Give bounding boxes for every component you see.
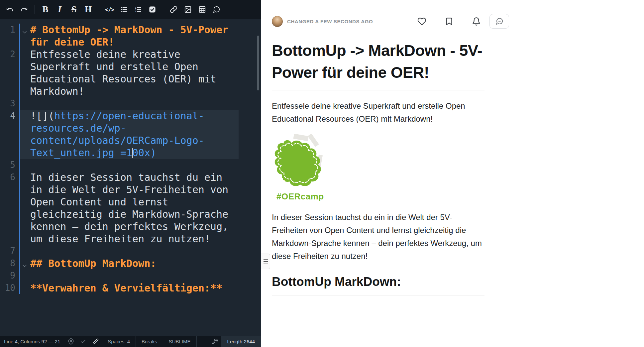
editor-pane: BISH</>123 1# BottomUp -> MarkDown - 5V-… <box>0 0 261 347</box>
code-segment: 00x) <box>132 147 156 159</box>
fold-chevron-down-icon[interactable] <box>21 260 28 266</box>
oercamp-logo-caption: #OERcamp <box>272 191 330 202</box>
preview-body-paragraph: In dieser Session tauchst du ein in die … <box>272 211 484 263</box>
editor-line[interactable]: 9 <box>0 270 261 282</box>
checklist-icon[interactable] <box>145 3 160 17</box>
wrench-icon[interactable] <box>212 338 218 345</box>
line-number: 3 <box>0 97 19 110</box>
preview-document: BottomUp -> MarkDown - 5V-Power für dein… <box>272 40 484 295</box>
preview-subheading: BottomUp MarkDown: <box>272 274 484 295</box>
editor-line[interactable]: 3 <box>0 97 261 110</box>
oercamp-logo-image: ✂ #OERcamp <box>272 134 330 202</box>
line-content[interactable]: # BottomUp -> MarkDown - 5V-Power für de… <box>19 24 239 48</box>
code-segment: **Verwahren & Vervielfältigen:** <box>30 282 222 294</box>
status-bar: Line 4, Columns 92 — 21 Spaces: 4 Breaks… <box>0 336 261 347</box>
undo-icon[interactable] <box>3 3 17 17</box>
status-keymap-toggle[interactable]: SUBLIME <box>163 336 197 347</box>
editor-line[interactable]: 10**Verwahren & Vervielfältigen:** <box>0 282 261 294</box>
app-window: BISH</>123 1# BottomUp -> MarkDown - 5V-… <box>0 0 644 347</box>
code-segment: In dieser Session tauchst du ein in die … <box>30 172 234 245</box>
oercamp-flame-graphic: ✂ <box>272 134 325 193</box>
editor-line[interactable]: 1# BottomUp -> MarkDown - 5V-Power für d… <box>0 24 261 48</box>
toolbar-divider <box>99 5 99 14</box>
editor-surface[interactable]: 1# BottomUp -> MarkDown - 5V-Power für d… <box>0 19 261 336</box>
editor-scrollbar[interactable] <box>257 36 259 90</box>
last-changed-label: CHANGED A FEW SECONDS AGO <box>287 19 373 24</box>
heading-icon[interactable]: H <box>81 3 95 17</box>
table-icon[interactable] <box>195 3 209 17</box>
code-icon[interactable]: </> <box>102 3 117 17</box>
numbered-list-icon[interactable]: 123 <box>131 3 145 17</box>
brush-icon[interactable] <box>92 338 99 345</box>
comments-button[interactable] <box>489 14 509 29</box>
pin-icon[interactable] <box>68 338 74 345</box>
editor-line[interactable]: 7 <box>0 245 261 257</box>
code-segment: ## BottomUp MarkDown: <box>30 258 156 269</box>
redo-icon[interactable] <box>17 3 31 17</box>
bold-icon[interactable]: B <box>38 3 53 17</box>
editor-line[interactable]: 8## BottomUp MarkDown: <box>0 257 261 270</box>
bullet-list-icon[interactable] <box>117 3 131 17</box>
status-linebreaks-toggle[interactable]: Breaks <box>136 336 163 347</box>
code-segment: ![]( <box>30 110 54 122</box>
preview-pane: CHANGED A FEW SECONDS AGO BottomUp -> Ma… <box>261 0 644 347</box>
preview-topbar: CHANGED A FEW SECONDS AGO <box>272 14 509 29</box>
line-content[interactable]: Entfessele deine kreative Superkraft und… <box>19 48 239 97</box>
line-number: 1 <box>0 24 19 36</box>
fold-chevron-down-icon[interactable] <box>21 26 28 33</box>
status-icons <box>65 338 102 345</box>
bell-icon[interactable] <box>472 17 481 26</box>
image-icon[interactable] <box>181 3 195 17</box>
line-content[interactable] <box>19 270 239 282</box>
editor-line[interactable]: 6In dieser Session tauchst du ein in die… <box>0 171 261 245</box>
editor-line[interactable]: 4![](https://open-educational- resources… <box>0 110 261 159</box>
line-number: 2 <box>0 48 19 60</box>
author-avatar[interactable] <box>272 16 283 27</box>
line-number: 8 <box>0 257 19 270</box>
cursor-position-label: Line 4, Columns 92 — 21 <box>4 339 60 344</box>
line-content[interactable] <box>19 97 239 110</box>
heart-icon[interactable] <box>417 17 426 26</box>
line-content[interactable]: In dieser Session tauchst du ein in die … <box>19 171 239 245</box>
link-icon[interactable] <box>166 3 181 17</box>
line-number: 9 <box>0 270 19 282</box>
code-segment: # BottomUp -> MarkDown - 5V-Power für de… <box>30 24 234 48</box>
preview-intro-paragraph: Entfessele deine kreative Superkraft und… <box>272 99 484 125</box>
line-number: 4 <box>0 110 19 122</box>
check-icon[interactable] <box>80 338 86 345</box>
strikethrough-icon[interactable]: S <box>67 3 81 17</box>
preview-heading: BottomUp -> MarkDown - 5V-Power für dein… <box>272 40 484 90</box>
code-segment: Entfessele deine kreative Superkraft und… <box>30 49 222 97</box>
comment-icon[interactable] <box>209 3 224 17</box>
svg-text:3: 3 <box>135 10 136 13</box>
line-number: 7 <box>0 245 19 257</box>
code-segment: https://open-educational- resources.de/w… <box>30 110 204 159</box>
line-number: 10 <box>0 282 19 294</box>
status-spaces-toggle[interactable]: Spaces: 4 <box>102 336 136 347</box>
line-content[interactable]: ## BottomUp MarkDown: <box>19 257 239 270</box>
bookmark-icon[interactable] <box>445 17 454 26</box>
pane-resize-handle[interactable] <box>261 254 270 269</box>
document-length-label: Length 2644 <box>221 336 261 347</box>
line-number: 5 <box>0 159 19 171</box>
editor-line[interactable]: 2Entfessele deine kreative Superkraft un… <box>0 48 261 97</box>
line-content[interactable]: ![](https://open-educational- resources.… <box>19 110 239 159</box>
line-content[interactable]: **Verwahren & Vervielfältigen:** <box>19 282 239 294</box>
line-content[interactable] <box>19 245 239 257</box>
line-number: 6 <box>0 171 19 183</box>
line-content[interactable] <box>19 159 239 171</box>
toolbar-divider <box>35 5 35 14</box>
editor-line[interactable]: 5 <box>0 159 261 171</box>
toolbar-divider <box>163 5 163 14</box>
markdown-toolbar: BISH</>123 <box>0 0 261 19</box>
italic-icon[interactable]: I <box>53 3 67 17</box>
